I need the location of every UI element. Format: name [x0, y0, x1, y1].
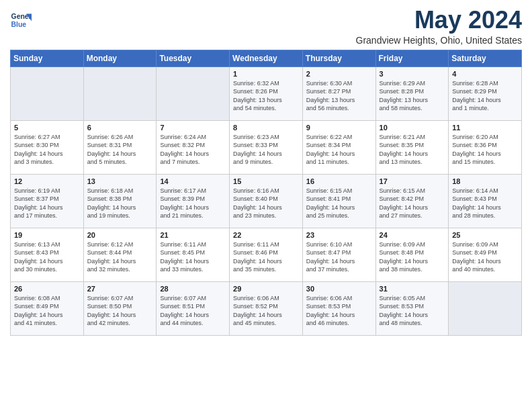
weekday-header-cell: Thursday: [302, 50, 375, 66]
weekday-header-row: SundayMondayTuesdayWednesdayThursdayFrid…: [11, 50, 522, 66]
day-info: Sunrise: 6:12 AMSunset: 8:44 PMDaylight:…: [87, 240, 153, 274]
day-info: Sunrise: 6:13 AMSunset: 8:43 PMDaylight:…: [14, 240, 80, 274]
day-info: Sunrise: 6:10 AMSunset: 8:47 PMDaylight:…: [306, 240, 372, 274]
day-info: Sunrise: 6:20 AMSunset: 8:36 PMDaylight:…: [452, 133, 518, 167]
calendar-cell: 15Sunrise: 6:16 AMSunset: 8:40 PMDayligh…: [230, 174, 303, 228]
day-info: Sunrise: 6:29 AMSunset: 8:28 PMDaylight:…: [380, 79, 445, 113]
calendar-week-row: 12Sunrise: 6:19 AMSunset: 8:37 PMDayligh…: [11, 174, 522, 228]
day-info: Sunrise: 6:15 AMSunset: 8:41 PMDaylight:…: [306, 187, 372, 220]
day-info: Sunrise: 6:17 AMSunset: 8:39 PMDaylight:…: [160, 187, 226, 220]
calendar-cell: 7Sunrise: 6:24 AMSunset: 8:32 PMDaylight…: [157, 120, 230, 174]
day-info: Sunrise: 6:19 AMSunset: 8:37 PMDaylight:…: [14, 187, 80, 220]
day-info: Sunrise: 6:28 AMSunset: 8:29 PMDaylight:…: [452, 79, 518, 113]
day-number: 21: [160, 231, 226, 239]
calendar-cell: 19Sunrise: 6:13 AMSunset: 8:43 PMDayligh…: [11, 228, 84, 281]
day-number: 18: [452, 177, 518, 185]
calendar-cell: 10Sunrise: 6:21 AMSunset: 8:35 PMDayligh…: [375, 120, 449, 174]
day-number: 28: [160, 285, 226, 293]
day-info: Sunrise: 6:32 AMSunset: 8:26 PMDaylight:…: [233, 79, 299, 113]
logo-icon: General Blue: [10, 9, 32, 31]
calendar-cell: 17Sunrise: 6:15 AMSunset: 8:42 PMDayligh…: [375, 174, 449, 228]
day-number: 6: [87, 124, 153, 132]
calendar-week-row: 19Sunrise: 6:13 AMSunset: 8:43 PMDayligh…: [11, 228, 522, 281]
day-number: 30: [306, 285, 372, 293]
day-info: Sunrise: 6:22 AMSunset: 8:34 PMDaylight:…: [306, 133, 372, 167]
calendar-cell: 21Sunrise: 6:11 AMSunset: 8:45 PMDayligh…: [157, 228, 230, 281]
day-number: 4: [452, 70, 518, 78]
day-number: 29: [233, 285, 299, 293]
calendar-week-row: 26Sunrise: 6:08 AMSunset: 8:49 PMDayligh…: [11, 281, 522, 335]
weekday-header-cell: Monday: [83, 50, 157, 66]
day-info: Sunrise: 6:09 AMSunset: 8:48 PMDaylight:…: [380, 240, 445, 274]
day-info: Sunrise: 6:23 AMSunset: 8:33 PMDaylight:…: [233, 133, 299, 167]
day-info: Sunrise: 6:09 AMSunset: 8:49 PMDaylight:…: [452, 240, 518, 274]
day-number: 2: [306, 70, 372, 78]
calendar-cell: 6Sunrise: 6:26 AMSunset: 8:31 PMDaylight…: [83, 120, 157, 174]
calendar-cell: 29Sunrise: 6:06 AMSunset: 8:52 PMDayligh…: [230, 281, 303, 335]
day-number: 31: [380, 285, 445, 293]
day-info: Sunrise: 6:11 AMSunset: 8:46 PMDaylight:…: [233, 240, 299, 274]
calendar-cell: [157, 66, 230, 120]
day-number: 20: [87, 231, 153, 239]
day-info: Sunrise: 6:07 AMSunset: 8:50 PMDaylight:…: [87, 294, 153, 328]
weekday-header-cell: Saturday: [449, 50, 522, 66]
day-number: 3: [380, 70, 445, 78]
calendar-cell: 31Sunrise: 6:05 AMSunset: 8:53 PMDayligh…: [375, 281, 449, 335]
calendar-cell: 30Sunrise: 6:06 AMSunset: 8:53 PMDayligh…: [302, 281, 375, 335]
day-number: 25: [452, 231, 518, 239]
calendar-cell: 11Sunrise: 6:20 AMSunset: 8:36 PMDayligh…: [449, 120, 522, 174]
day-number: 7: [160, 124, 226, 132]
calendar-cell: 3Sunrise: 6:29 AMSunset: 8:28 PMDaylight…: [375, 66, 449, 120]
calendar-cell: 14Sunrise: 6:17 AMSunset: 8:39 PMDayligh…: [157, 174, 230, 228]
calendar-cell: [11, 66, 84, 120]
day-info: Sunrise: 6:26 AMSunset: 8:31 PMDaylight:…: [87, 133, 153, 167]
day-number: 27: [87, 285, 153, 293]
day-number: 26: [14, 285, 80, 293]
calendar-week-row: 1Sunrise: 6:32 AMSunset: 8:26 PMDaylight…: [11, 66, 522, 120]
calendar-cell: 27Sunrise: 6:07 AMSunset: 8:50 PMDayligh…: [83, 281, 157, 335]
day-number: 22: [233, 231, 299, 239]
day-info: Sunrise: 6:06 AMSunset: 8:52 PMDaylight:…: [233, 294, 299, 328]
logo: General Blue: [10, 9, 32, 31]
day-info: Sunrise: 6:15 AMSunset: 8:42 PMDaylight:…: [380, 187, 445, 220]
calendar-week-row: 5Sunrise: 6:27 AMSunset: 8:30 PMDaylight…: [11, 120, 522, 174]
calendar-cell: 20Sunrise: 6:12 AMSunset: 8:44 PMDayligh…: [83, 228, 157, 281]
location-subtitle: Grandview Heights, Ohio, United States: [356, 35, 522, 46]
day-number: 15: [233, 177, 299, 185]
day-info: Sunrise: 6:30 AMSunset: 8:27 PMDaylight:…: [306, 79, 372, 113]
day-info: Sunrise: 6:06 AMSunset: 8:53 PMDaylight:…: [306, 294, 372, 328]
day-number: 8: [233, 124, 299, 132]
day-number: 5: [14, 124, 80, 132]
calendar-cell: 13Sunrise: 6:18 AMSunset: 8:38 PMDayligh…: [83, 174, 157, 228]
calendar-cell: [83, 66, 157, 120]
calendar-cell: 16Sunrise: 6:15 AMSunset: 8:41 PMDayligh…: [302, 174, 375, 228]
day-number: 13: [87, 177, 153, 185]
day-number: 14: [160, 177, 226, 185]
calendar-body: 1Sunrise: 6:32 AMSunset: 8:26 PMDaylight…: [11, 66, 522, 335]
day-number: 11: [452, 124, 518, 132]
day-info: Sunrise: 6:14 AMSunset: 8:43 PMDaylight:…: [452, 187, 518, 220]
calendar-cell: 5Sunrise: 6:27 AMSunset: 8:30 PMDaylight…: [11, 120, 84, 174]
calendar-cell: 28Sunrise: 6:07 AMSunset: 8:51 PMDayligh…: [157, 281, 230, 335]
weekday-header-cell: Sunday: [11, 50, 84, 66]
day-info: Sunrise: 6:08 AMSunset: 8:49 PMDaylight:…: [14, 294, 80, 328]
day-number: 24: [380, 231, 445, 239]
day-number: 1: [233, 70, 299, 78]
calendar-cell: 8Sunrise: 6:23 AMSunset: 8:33 PMDaylight…: [230, 120, 303, 174]
calendar-table: SundayMondayTuesdayWednesdayThursdayFrid…: [10, 50, 522, 336]
page-header: General Blue May 2024 Grandview Heights,…: [10, 7, 522, 46]
calendar-cell: 24Sunrise: 6:09 AMSunset: 8:48 PMDayligh…: [375, 228, 449, 281]
day-number: 17: [380, 177, 445, 185]
day-info: Sunrise: 6:05 AMSunset: 8:53 PMDaylight:…: [380, 294, 445, 328]
day-info: Sunrise: 6:21 AMSunset: 8:35 PMDaylight:…: [380, 133, 445, 167]
day-number: 9: [306, 124, 372, 132]
day-number: 23: [306, 231, 372, 239]
day-info: Sunrise: 6:24 AMSunset: 8:32 PMDaylight:…: [160, 133, 226, 167]
weekday-header-cell: Tuesday: [157, 50, 230, 66]
calendar-cell: [449, 281, 522, 335]
calendar-cell: 4Sunrise: 6:28 AMSunset: 8:29 PMDaylight…: [449, 66, 522, 120]
month-title: May 2024: [356, 7, 522, 34]
day-info: Sunrise: 6:16 AMSunset: 8:40 PMDaylight:…: [233, 187, 299, 220]
calendar-cell: 2Sunrise: 6:30 AMSunset: 8:27 PMDaylight…: [302, 66, 375, 120]
day-info: Sunrise: 6:07 AMSunset: 8:51 PMDaylight:…: [160, 294, 226, 328]
